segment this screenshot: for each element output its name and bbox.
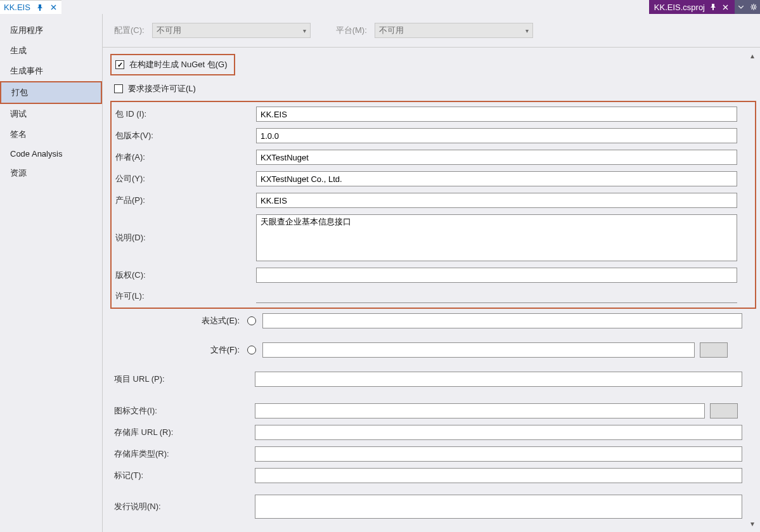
- expression-radio-row: 表达式(E):: [110, 309, 760, 333]
- company-input[interactable]: [256, 171, 737, 186]
- radio-label: 文件(F):: [114, 344, 247, 356]
- vertical-scroll[interactable]: ▴ ▾: [747, 51, 757, 528]
- tab-csproj[interactable]: KK.EIS.csproj: [649, 0, 735, 14]
- package-id-input[interactable]: [256, 107, 737, 122]
- checkbox-icon[interactable]: [114, 84, 123, 93]
- release-notes-row: 发行说明(N):: [110, 491, 760, 522]
- sidebar-item-code-analysis[interactable]: Code Analysis: [0, 145, 102, 163]
- field-label: 许可(L):: [115, 290, 256, 302]
- pin-icon[interactable]: [709, 4, 718, 10]
- checkbox-label: 要求接受许可证(L): [128, 83, 196, 94]
- license-display: [256, 289, 737, 303]
- document-tab-bar: KK.EIS KK.EIS.csproj: [0, 0, 760, 14]
- project-url-row: 项目 URL (P):: [110, 368, 760, 390]
- right-tab-group: KK.EIS.csproj: [649, 0, 760, 14]
- svg-point-0: [752, 6, 755, 8]
- tab-kk-eis[interactable]: KK.EIS: [0, 0, 61, 14]
- package-settings-panel: 配置(C): 不可用 ▾ 平台(M): 不可用 ▾ ▴ ▾ 在构建时生成 NuG…: [103, 14, 760, 532]
- sidebar-item-resources[interactable]: 资源: [0, 163, 102, 183]
- close-icon[interactable]: [49, 4, 58, 10]
- icon-browse-button[interactable]: [710, 403, 738, 418]
- file-radio[interactable]: [247, 346, 256, 354]
- field-label: 产品(P):: [115, 195, 256, 206]
- accept-license-checkbox-row[interactable]: 要求接受许可证(L): [110, 79, 202, 98]
- chevron-down-icon: ▾: [303, 27, 306, 34]
- field-label: 存储库 URL (R):: [114, 427, 255, 438]
- copyright-row: 版权(C):: [112, 264, 755, 286]
- chevron-down-icon: ▾: [525, 27, 529, 34]
- tags-row: 标记(T):: [110, 465, 760, 486]
- company-row: 公司(Y):: [112, 168, 755, 190]
- file-radio-row: 文件(F):: [110, 338, 760, 362]
- release-notes-textarea[interactable]: [255, 495, 742, 519]
- field-label: 项目 URL (P):: [114, 373, 255, 385]
- chevron-down-icon[interactable]: [735, 0, 747, 14]
- sidebar-item-build-events[interactable]: 生成事件: [0, 61, 102, 81]
- sidebar-item-build[interactable]: 生成: [0, 41, 102, 61]
- repo-type-input[interactable]: [255, 446, 742, 462]
- sidebar-item-package[interactable]: 打包: [0, 81, 102, 104]
- description-row: 说明(D):: [112, 211, 755, 264]
- checkbox-icon[interactable]: [115, 60, 124, 69]
- platform-label: 平台(M):: [336, 25, 367, 36]
- field-label: 说明(D):: [115, 232, 256, 243]
- tags-input[interactable]: [255, 468, 742, 483]
- icon-file-input[interactable]: [255, 403, 705, 418]
- version-row: 包版本(V):: [112, 125, 755, 146]
- field-label: 发行说明(N):: [114, 501, 255, 512]
- expression-input[interactable]: [262, 313, 742, 328]
- tab-title: KK.EIS.csproj: [654, 3, 705, 12]
- main-area: 应用程序 生成 生成事件 打包 调试 签名 Code Analysis 资源 配…: [0, 14, 760, 532]
- description-textarea[interactable]: [256, 214, 737, 261]
- repo-url-input[interactable]: [255, 425, 742, 440]
- product-row: 产品(P):: [112, 190, 755, 211]
- sidebar-item-application[interactable]: 应用程序: [0, 20, 102, 41]
- field-label: 包版本(V):: [115, 130, 256, 141]
- license-row: 许可(L):: [112, 286, 755, 306]
- close-icon[interactable]: [721, 4, 730, 10]
- checkbox-label: 在构建时生成 NuGet 包(G): [129, 59, 228, 70]
- copyright-input[interactable]: [256, 268, 737, 283]
- field-label: 公司(Y):: [115, 173, 256, 185]
- file-browse-button[interactable]: [700, 342, 728, 358]
- tab-title: KK.EIS: [4, 3, 30, 12]
- config-platform-row: 配置(C): 不可用 ▾ 平台(M): 不可用 ▾: [103, 14, 760, 47]
- author-input[interactable]: [256, 150, 737, 165]
- field-label: 包 ID (I):: [115, 108, 256, 120]
- form-area: ▴ ▾ 在构建时生成 NuGet 包(G) 要求接受许可证(L) 包 ID (I…: [103, 47, 760, 532]
- field-label: 存储库类型(R):: [114, 448, 255, 460]
- pin-icon[interactable]: [35, 4, 44, 11]
- file-input[interactable]: [262, 342, 695, 358]
- repo-url-row: 存储库 URL (R):: [110, 422, 760, 443]
- field-label: 图标文件(I):: [114, 405, 255, 417]
- package-id-row: 包 ID (I):: [112, 103, 755, 125]
- highlighted-fields-panel: 包 ID (I): 包版本(V): 作者(A): 公司(Y): 产品(P):: [110, 101, 756, 309]
- icon-file-row: 图标文件(I):: [110, 400, 760, 422]
- repo-type-row: 存储库类型(R):: [110, 443, 760, 465]
- field-label: 版权(C):: [115, 269, 256, 281]
- field-label: 作者(A):: [115, 152, 256, 163]
- settings-icon[interactable]: [747, 0, 760, 14]
- project-url-input[interactable]: [255, 372, 742, 387]
- field-label: 标记(T):: [114, 470, 255, 481]
- scroll-down-icon[interactable]: ▾: [750, 519, 754, 528]
- generate-nuget-checkbox-row[interactable]: 在构建时生成 NuGet 包(G): [110, 54, 235, 75]
- sidebar-item-debug[interactable]: 调试: [0, 104, 102, 124]
- product-input[interactable]: [256, 193, 737, 208]
- project-settings-sidebar: 应用程序 生成 生成事件 打包 调试 签名 Code Analysis 资源: [0, 14, 103, 532]
- radio-label: 表达式(E):: [114, 315, 247, 327]
- scroll-up-icon[interactable]: ▴: [750, 51, 754, 60]
- author-row: 作者(A):: [112, 146, 755, 168]
- config-combo[interactable]: 不可用 ▾: [152, 23, 311, 38]
- expression-radio[interactable]: [247, 316, 256, 325]
- platform-combo[interactable]: 不可用 ▾: [375, 23, 533, 38]
- version-input[interactable]: [256, 128, 737, 143]
- sidebar-item-signing[interactable]: 签名: [0, 124, 102, 145]
- config-label: 配置(C):: [114, 25, 145, 36]
